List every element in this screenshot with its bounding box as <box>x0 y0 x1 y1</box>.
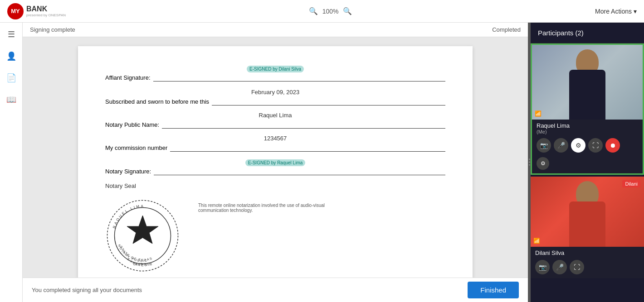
logo-area: MY BANK presented by ONESPAN <box>7 3 66 19</box>
dilani-signal-icon: 📶 <box>533 238 540 244</box>
notary-public-field <box>162 121 445 129</box>
date-line: February 09, 2023 <box>105 89 445 96</box>
completed-badge: Completed <box>492 26 521 33</box>
more-actions-button[interactable]: More Actions ▾ <box>595 8 637 15</box>
notary-public-label: Notary Public Name: <box>105 121 159 128</box>
svg-text:08-29-2026: 08-29-2026 <box>133 262 152 266</box>
affiant-signature-field <box>153 74 446 81</box>
svg-marker-2 <box>127 216 158 244</box>
dilani-label: Dilani <box>622 180 640 187</box>
logo-icon: MY <box>7 3 24 19</box>
finished-button[interactable]: Finished <box>468 282 519 298</box>
raquel-video-feed: 📶 <box>532 45 643 120</box>
esigned-dilani-block: E-SIGNED by Dilani Silva <box>105 64 445 73</box>
right-panel: Participants (2) 📶 Raquel Lima (Me) <box>531 23 644 302</box>
notary-signature-label: Notary Signature: <box>105 168 151 175</box>
raquel-signal-icon: 📶 <box>535 110 542 117</box>
doc-bottom-bar: You completed signing all your documents… <box>23 278 528 302</box>
notary-seal-svg: RAQUEL LIMA NOTARY PUBLIC STATE OF TEXAS <box>105 198 180 273</box>
affiant-signature-label: Affiant Signature: <box>105 74 151 81</box>
dilani-camera-button[interactable]: 📷 <box>535 260 550 274</box>
dilani-name: Dilani Silva <box>535 249 639 256</box>
commission-line: My commission number <box>105 144 445 152</box>
raquel-controls-row2: ⚙ <box>532 156 643 173</box>
dilani-controls: 📷 🎤 ⛶ <box>531 258 644 278</box>
completion-text: You completed signing all your documents <box>32 287 142 293</box>
bank-name: BANK <box>26 5 66 13</box>
doc-toolbar: Signing complete Completed <box>23 23 528 37</box>
dilani-mic-button[interactable]: 🎤 <box>552 260 567 274</box>
subscribed-text: Subscribed and sworn to before me this <box>105 98 209 105</box>
book-icon[interactable]: 📖 <box>5 93 18 106</box>
user-icon[interactable]: 👤 <box>5 50 18 62</box>
doc-page: E-SIGNED by Dilani Silva Affiant Signatu… <box>78 46 473 278</box>
document-area: Signing complete Completed E-SIGNED by D… <box>23 23 528 302</box>
app-header: MY BANK presented by ONESPAN 🔍 100% 🔍 Mo… <box>0 0 644 23</box>
dilani-video-feed: 📶 Dilani <box>531 177 644 247</box>
raquel-name: Raquel Lima <box>537 122 638 129</box>
zoom-in-button[interactable]: 🔍 <box>343 7 352 15</box>
logo-subtitle: presented by ONESPAN <box>26 13 66 17</box>
subscribed-line: Subscribed and sworn to before me this <box>105 98 445 105</box>
dilani-video-card: 📶 Dilani Dilani Silva 📷 🎤 ⛶ <box>531 177 644 278</box>
raquel-fullscreen-button[interactable]: ⛶ <box>588 138 603 153</box>
participants-scroll[interactable]: 📶 Raquel Lima (Me) 📷 🎤 ⚙ ⛶ ⏺ ⚙ <box>531 43 644 302</box>
signing-complete-label: Signing complete <box>30 26 75 33</box>
affiant-signature-line: Affiant Signature: <box>105 74 445 81</box>
commission-field <box>170 144 445 152</box>
dilani-fullscreen-button[interactable]: ⛶ <box>570 260 584 274</box>
raquel-controls: 📷 🎤 ⚙ ⛶ ⏺ <box>532 136 643 156</box>
left-sidebar: ☰ 👤 📄 📖 <box>0 23 23 302</box>
subscribed-field <box>212 98 445 105</box>
header-right: More Actions ▾ <box>595 8 637 15</box>
svg-text:STATE OF TEXAS: STATE OF TEXAS <box>120 245 153 262</box>
notary-name-display: Raquel Lima <box>105 112 445 119</box>
menu-icon[interactable]: ☰ <box>5 28 18 41</box>
raquel-camera-button[interactable]: 📷 <box>537 138 551 153</box>
raquel-info: Raquel Lima (Me) <box>532 120 643 136</box>
zoom-out-button[interactable]: 🔍 <box>309 7 318 15</box>
zoom-level: 100% <box>322 8 339 15</box>
raquel-settings-button[interactable]: ⚙ <box>571 138 585 153</box>
main-layout: ☰ 👤 📄 📖 Signing complete Completed E-SIG… <box>0 23 644 302</box>
esigned-raquel-tag: E-SIGNED by Raquel Lima <box>245 159 306 166</box>
raquel-video-card: 📶 Raquel Lima (Me) 📷 🎤 ⚙ ⛶ ⏺ ⚙ <box>531 43 644 175</box>
doc-scroll[interactable]: E-SIGNED by Dilani Silva Affiant Signatu… <box>23 37 528 278</box>
notary-signature-line: Notary Signature: <box>105 168 445 175</box>
notary-public-name-line: Notary Public Name: <box>105 121 445 129</box>
ron-notice: This remote online notarization involved… <box>198 198 325 213</box>
raquel-me-label: (Me) <box>537 129 638 134</box>
commission-label: My commission number <box>105 144 167 151</box>
chevron-down-icon: ▾ <box>634 8 637 15</box>
dilani-info: Dilani Silva <box>531 247 644 258</box>
raquel-record-button[interactable]: ⏺ <box>605 138 620 153</box>
participants-header: Participants (2) <box>531 23 644 43</box>
commission-number-display: 1234567 <box>105 135 445 142</box>
esigned-raquel-block: E-SIGNED by Raquel Lima <box>105 158 445 167</box>
esigned-dilani-tag: E-SIGNED by Dilani Silva <box>247 66 304 72</box>
raquel-extra-button[interactable]: ⚙ <box>537 157 549 170</box>
document-icon[interactable]: 📄 <box>5 72 18 84</box>
header-center: 🔍 100% 🔍 <box>66 7 595 15</box>
notary-signature-field <box>154 168 445 175</box>
notary-seal-label: Notary Seal <box>105 182 445 189</box>
notary-seal-area: RAQUEL LIMA NOTARY PUBLIC STATE OF TEXAS <box>105 198 445 273</box>
raquel-mic-button[interactable]: 🎤 <box>554 138 568 153</box>
